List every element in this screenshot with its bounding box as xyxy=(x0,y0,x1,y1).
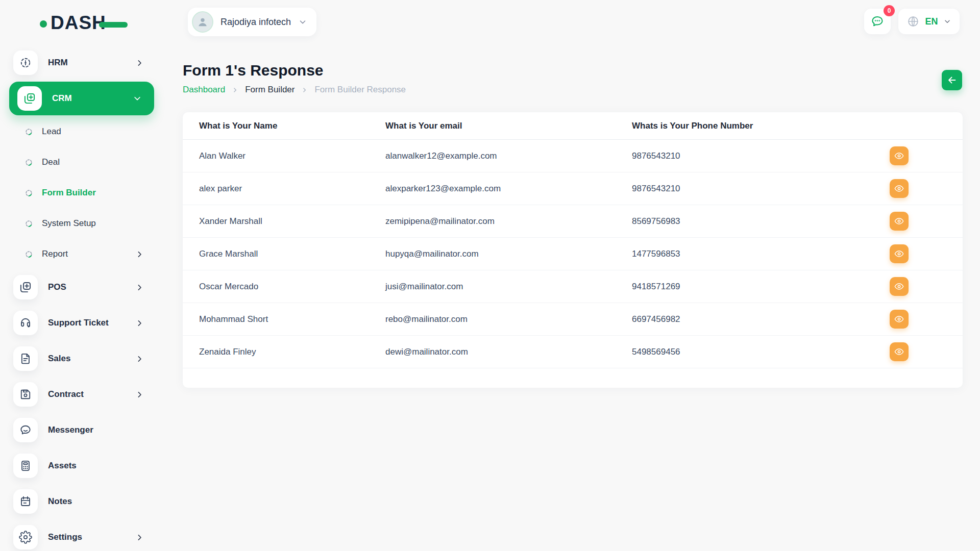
sidebar-item-label: Assets xyxy=(48,461,77,471)
sidebar-item-sales[interactable]: Sales xyxy=(0,341,158,377)
column-header: What is Your email xyxy=(385,121,632,131)
avatar xyxy=(192,11,213,33)
sidebar-item-report[interactable]: Report xyxy=(0,239,158,269)
chevron-down-icon xyxy=(133,94,142,103)
breadcrumb-dashboard[interactable]: Dashboard xyxy=(183,85,225,95)
chevron-right-icon xyxy=(135,250,144,259)
eye-icon xyxy=(894,216,904,227)
breadcrumb: DashboardForm BuilderForm Builder Respon… xyxy=(183,85,406,95)
sidebar-item-deal[interactable]: Deal xyxy=(0,147,158,178)
cell-phone: 9876543210 xyxy=(632,184,890,194)
sidebar-item-label: System Setup xyxy=(42,218,96,229)
modules-icon xyxy=(17,86,42,111)
sidebar-item-notes[interactable]: Notes xyxy=(0,484,158,519)
globe-icon xyxy=(906,15,920,28)
view-response-button[interactable] xyxy=(890,277,909,296)
cell-name: Oscar Mercado xyxy=(183,282,385,292)
view-response-button[interactable] xyxy=(890,342,909,361)
table-row: alex parker alexparker123@example.com 98… xyxy=(183,172,963,205)
chevron-right-icon xyxy=(135,533,144,542)
sidebar-item-contract[interactable]: Contract xyxy=(0,377,158,412)
sidebar-nav: HRM CRM Lead Deal Form Builder System Se… xyxy=(0,45,158,551)
sidebar-item-label: Lead xyxy=(42,127,61,137)
spinner-icon xyxy=(24,250,33,259)
cell-name: Grace Marshall xyxy=(183,249,385,259)
sidebar-item-form-builder[interactable]: Form Builder xyxy=(0,178,158,208)
cell-email: alexparker123@example.com xyxy=(385,184,632,194)
cell-phone: 6697456982 xyxy=(632,314,890,324)
eye-icon xyxy=(894,314,904,324)
language-code: EN xyxy=(925,16,938,27)
view-response-button[interactable] xyxy=(890,310,909,329)
eye-icon xyxy=(894,151,904,161)
table-body: Alan Walker alanwalker12@example.com 987… xyxy=(183,140,963,368)
chat-icon xyxy=(13,418,38,442)
view-response-button[interactable] xyxy=(890,146,909,165)
table-row: Oscar Mercado jusi@mailinator.com 941857… xyxy=(183,270,963,303)
cell-name: Alan Walker xyxy=(183,151,385,161)
back-button[interactable] xyxy=(942,70,962,90)
sidebar-item-label: Deal xyxy=(42,157,60,167)
view-response-button[interactable] xyxy=(890,244,909,263)
cell-phone: 9418571269 xyxy=(632,282,890,292)
logo-dash-icon xyxy=(99,22,128,28)
responses-table: What is Your NameWhat is Your emailWhats… xyxy=(183,112,963,388)
cell-phone: 8569756983 xyxy=(632,216,890,227)
table-row: Alan Walker alanwalker12@example.com 987… xyxy=(183,140,963,172)
spinner-icon xyxy=(24,219,33,228)
cell-email: rebo@mailinator.com xyxy=(385,314,632,324)
sidebar-item-label: Contract xyxy=(48,389,84,399)
chevron-right-icon xyxy=(135,283,144,292)
breadcrumb-form-builder[interactable]: Form Builder xyxy=(245,85,295,95)
view-response-button[interactable] xyxy=(890,179,909,198)
cell-phone: 1477596853 xyxy=(632,249,890,259)
modules-icon xyxy=(13,275,38,299)
sidebar-item-assets[interactable]: Assets xyxy=(0,448,158,484)
chevron-right-icon xyxy=(232,87,238,93)
sidebar-item-hrm[interactable]: HRM xyxy=(0,45,158,81)
cell-name: Mohammad Short xyxy=(183,314,385,324)
brand-name: DASH xyxy=(51,13,106,32)
sidebar-item-pos[interactable]: POS xyxy=(0,269,158,305)
table-row: Xander Marshall zemipipena@mailinator.co… xyxy=(183,205,963,238)
chevron-down-icon xyxy=(943,17,951,26)
language-selector[interactable]: EN xyxy=(898,9,960,34)
spinner-icon xyxy=(24,158,33,167)
eye-icon xyxy=(894,183,904,194)
headset-icon xyxy=(13,311,38,335)
eye-icon xyxy=(894,346,904,357)
company-name: Rajodiya infotech xyxy=(220,17,291,28)
arrow-left-icon xyxy=(946,74,958,86)
company-dropdown[interactable]: Rajodiya infotech xyxy=(188,8,316,36)
sidebar-item-crm[interactable]: CRM xyxy=(9,81,154,116)
sidebar-item-label: Notes xyxy=(48,496,72,507)
sidebar-item-label: Sales xyxy=(48,354,70,364)
spinner-icon xyxy=(24,128,33,136)
messages-button[interactable]: 0 xyxy=(864,9,891,34)
column-header: Whats is Your Phone Number xyxy=(632,121,890,131)
sidebar-item-system-setup[interactable]: System Setup xyxy=(0,208,158,239)
sidebar-item-settings[interactable]: Settings xyxy=(0,519,158,551)
cell-email: jusi@mailinator.com xyxy=(385,282,632,292)
sidebar-item-lead[interactable]: Lead xyxy=(0,116,158,147)
topbar: DASH Rajodiya infotech 0 xyxy=(0,0,980,46)
sidebar-item-label: Support Ticket xyxy=(48,318,109,328)
view-response-button[interactable] xyxy=(890,212,909,231)
brand-logo[interactable]: DASH xyxy=(40,11,129,34)
chevron-right-icon xyxy=(135,319,144,328)
sidebar-item-support-ticket[interactable]: Support Ticket xyxy=(0,305,158,341)
cell-name: Zenaida Finley xyxy=(183,347,385,357)
sidebar-item-messenger[interactable]: Messenger xyxy=(0,412,158,448)
column-header: What is Your Name xyxy=(183,121,385,131)
spinner-icon xyxy=(24,189,33,197)
logo-dot-icon xyxy=(40,20,47,28)
cell-name: Xander Marshall xyxy=(183,216,385,227)
chevron-right-icon xyxy=(301,87,308,93)
table-header-row: What is Your NameWhat is Your emailWhats… xyxy=(183,112,963,140)
sidebar-item-label: POS xyxy=(48,282,66,292)
table-row: Mohammad Short rebo@mailinator.com 66974… xyxy=(183,303,963,336)
chat-bubble-icon xyxy=(870,14,885,29)
table-row: Zenaida Finley dewi@mailinator.com 54985… xyxy=(183,336,963,368)
table-row: Grace Marshall hupyqa@mailinator.com 147… xyxy=(183,238,963,270)
sidebar-item-label: HRM xyxy=(48,58,68,68)
